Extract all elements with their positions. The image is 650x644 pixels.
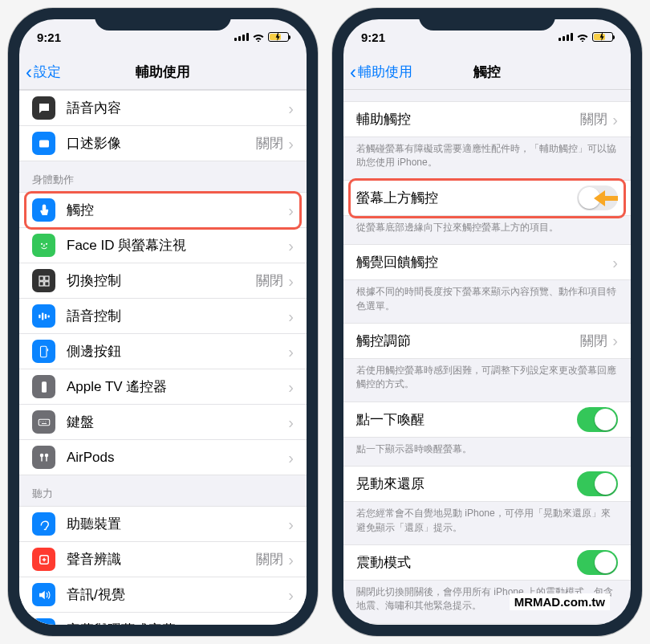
back-button[interactable]: ‹ 設定 (26, 63, 61, 82)
row-label: 觸控 (67, 201, 288, 219)
row-side-button[interactable]: 側邊按鈕 › (19, 334, 307, 369)
row-label: 輔助觸控 (356, 110, 580, 128)
chevron-right-icon: › (288, 308, 294, 324)
chevron-right-icon: › (288, 344, 294, 360)
signal-icon (559, 33, 573, 41)
chevron-right-icon: › (288, 516, 294, 532)
svg-point-1 (40, 243, 42, 244)
back-label: 設定 (34, 63, 61, 81)
row-vibration[interactable]: 震動模式 (343, 545, 631, 581)
row-audio-visual[interactable]: 音訊/視覺 › (19, 577, 307, 613)
row-label: 螢幕上方觸控 (356, 189, 577, 207)
audiodesc-icon (32, 132, 55, 155)
notch (419, 8, 555, 31)
row-touch-accommodations[interactable]: 觸控調節 關閉 › (343, 324, 631, 359)
nav-bar: ‹ 輔助使用 觸控 (343, 55, 631, 90)
wifi-icon (252, 32, 265, 42)
row-value: 關閉 (580, 332, 607, 350)
svg-rect-14 (39, 419, 50, 426)
signal-icon (234, 33, 249, 41)
toggle-vibration[interactable] (577, 550, 618, 575)
row-appletv-remote[interactable]: Apple TV 遙控器 › (19, 369, 307, 405)
chevron-right-icon: › (288, 100, 294, 116)
row-label: 鍵盤 (67, 413, 288, 431)
left-screen: 9:21 ‹ 設定 輔助使用 語音內容 › (19, 19, 307, 625)
left-content[interactable]: 語音內容 › 口述影像 關閉 › 身體動作 觸控 › (19, 90, 307, 625)
svg-rect-22 (46, 456, 47, 461)
row-label: AirPods (67, 450, 288, 466)
chevron-right-icon: › (288, 587, 294, 603)
left-phone: 9:21 ‹ 設定 輔助使用 語音內容 › (8, 8, 318, 636)
row-label: 助聽裝置 (67, 515, 288, 533)
row-sound-recognition[interactable]: 聲音辨識 關閉 › (19, 542, 307, 577)
row-assistive-touch[interactable]: 輔助觸控 關閉 › (343, 102, 631, 137)
toggle-tap-to-wake[interactable] (577, 407, 618, 432)
row-label: Apple TV 遙控器 (67, 377, 288, 396)
right-phone: 9:21 ‹ 輔助使用 觸控 輔助觸控 關閉 › 若觸碰螢幕有障礙或 (332, 8, 642, 636)
svg-rect-6 (44, 281, 48, 285)
row-label: 點一下喚醒 (356, 410, 577, 429)
row-faceid[interactable]: Face ID 與螢幕注視 › (19, 228, 307, 263)
row-value: 關閉 (256, 134, 283, 153)
footer-taptowake: 點一下顯示器時喚醒螢幕。 (343, 438, 631, 466)
footer-shake: 若您經常會不自覺地晃動 iPhone，可停用「晃動來還原」來避免顯示「還原」提示… (343, 502, 631, 544)
section-header-physical: 身體動作 (19, 161, 307, 192)
row-label: 字幕與隱藏式字幕 (67, 621, 288, 625)
chevron-left-icon: ‹ (350, 63, 356, 82)
chevron-right-icon: › (288, 450, 294, 466)
row-audio-descriptions[interactable]: 口述影像 關閉 › (19, 126, 307, 161)
chevron-right-icon: › (288, 622, 294, 626)
sidebtn-icon (32, 340, 55, 363)
chevron-right-icon: › (612, 332, 618, 348)
row-label: 音訊/視覺 (67, 585, 288, 604)
svg-rect-13 (42, 381, 47, 393)
row-keyboard[interactable]: 鍵盤 › (19, 405, 307, 440)
watermark: MRMAD.com.tw (510, 593, 610, 610)
row-tap-to-wake[interactable]: 點一下喚醒 (343, 402, 631, 438)
status-time: 9:21 (37, 31, 61, 44)
toggle-shake-to-undo[interactable] (577, 471, 618, 496)
svg-rect-5 (39, 281, 43, 285)
speech-icon (32, 96, 55, 120)
nav-bar: ‹ 設定 輔助使用 (19, 55, 307, 90)
switch-icon (32, 269, 55, 292)
row-label: 晃動來還原 (356, 475, 577, 493)
row-reachability[interactable]: 螢幕上方觸控 (343, 181, 631, 216)
svg-rect-10 (47, 315, 49, 317)
chevron-right-icon: › (288, 238, 294, 254)
airpods-icon (32, 446, 55, 469)
battery-icon (592, 32, 613, 42)
svg-rect-3 (39, 276, 43, 280)
row-value: 關閉 (256, 550, 283, 569)
back-button[interactable]: ‹ 輔助使用 (350, 63, 412, 82)
row-label: 語音控制 (67, 307, 288, 325)
voice-icon (32, 304, 55, 328)
row-subtitles[interactable]: 字幕與隱藏式字幕 › (19, 613, 307, 625)
row-label: 切換控制 (67, 271, 256, 290)
row-spoken-content[interactable]: 語音內容 › (19, 91, 307, 126)
row-label: 觸覺回饋觸控 (356, 253, 612, 271)
row-label: Face ID 與螢幕注視 (67, 236, 288, 255)
row-airpods[interactable]: AirPods › (19, 440, 307, 475)
subtitle-icon (32, 618, 55, 625)
row-call-audio-routing[interactable]: 來電語音傳送 自動 › (343, 624, 631, 625)
keyboard-icon (32, 410, 55, 434)
svg-rect-9 (44, 314, 46, 319)
row-haptic-touch[interactable]: 觸覺回饋觸控 › (343, 245, 631, 280)
svg-rect-0 (39, 140, 49, 147)
footer-reachability: 從螢幕底部邊緣向下拉來觸控螢幕上方的項目。 (343, 216, 631, 244)
appletv-icon (32, 375, 55, 398)
chevron-right-icon: › (288, 379, 294, 395)
row-switch-control[interactable]: 切換控制 關閉 › (19, 263, 307, 299)
chevron-right-icon: › (288, 136, 294, 152)
row-hearing-devices[interactable]: 助聽裝置 › (19, 507, 307, 542)
svg-rect-20 (41, 456, 43, 461)
svg-rect-4 (44, 276, 48, 280)
faceid-icon (32, 234, 55, 257)
footer-accom: 若使用觸控螢幕時感到困難，可調整下列設定來更改螢幕回應觸控的方式。 (343, 359, 631, 401)
row-voice-control[interactable]: 語音控制 › (19, 299, 307, 334)
right-content[interactable]: 輔助觸控 關閉 › 若觸碰螢幕有障礙或需要適應性配件時，「輔助觸控」可以協助您使… (343, 90, 631, 625)
row-shake-to-undo[interactable]: 晃動來還原 (343, 467, 631, 502)
arrow-left-icon (592, 189, 620, 208)
row-touch[interactable]: 觸控 › (19, 193, 307, 228)
